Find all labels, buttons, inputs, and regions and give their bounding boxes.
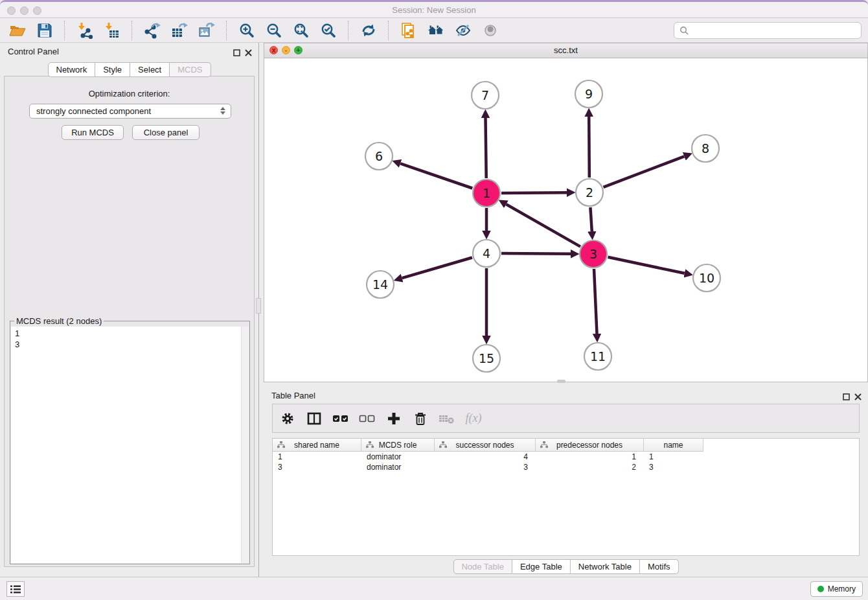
tab-edge-table[interactable]: Edge Table [512,559,571,574]
table-panel-title: Table Panel [271,391,315,400]
delete-table-icon [439,410,455,427]
graph-edge-2-8[interactable] [604,156,685,187]
mcds-panel: Optimization criterion: strongly connect… [4,76,255,567]
graph-node-label: 6 [375,149,383,163]
zoom-out-icon[interactable] [263,20,285,41]
mcds-result-area[interactable]: 1 3 [11,327,249,563]
refresh-layout-icon[interactable] [358,20,380,41]
control-panel-tabs: NetworkStyleSelectMCDS [47,62,211,77]
float-panel-icon[interactable] [233,49,240,56]
graph-node-label: 10 [699,271,714,285]
search-input[interactable] [692,25,856,36]
close-panel-button[interactable]: Close panel [132,125,200,140]
toolbar-separator [226,21,227,40]
vertical-splitter-handle[interactable] [256,298,261,314]
tab-network-table[interactable]: Network Table [571,559,640,574]
chevron-updown-icon [220,107,225,115]
graph-edge-4-14[interactable] [402,258,472,279]
cell-MCDS-role: dominator [361,452,435,461]
network-view-window: x - + scc.txt 7968124314101511 [264,43,868,382]
show-all-icon [479,20,501,41]
float-panel-icon[interactable] [842,393,850,400]
toolbar-separator [388,21,389,40]
table-row[interactable]: 1dominator411 [273,452,859,462]
tab-motifs[interactable]: Motifs [640,559,679,574]
window-titlebar: Session: New Session [0,0,868,18]
horizontal-splitter-handle[interactable] [557,380,565,383]
mcds-result-text: 1 3 [11,327,249,351]
tab-mcds[interactable]: MCDS [170,62,211,77]
export-table-icon[interactable] [168,20,190,41]
column-header-shared-name[interactable]: shared name [273,439,361,452]
export-image-icon[interactable] [196,20,218,41]
open-session-icon[interactable] [6,20,29,41]
graph-edge-3-1[interactable] [506,204,580,246]
deselect-all-icon[interactable] [359,410,376,427]
graph-node-label: 11 [590,349,606,363]
toolbar-separator [348,21,349,40]
optimization-criterion-label: Optimization criterion: [5,89,254,98]
task-history-button[interactable] [6,581,25,597]
graph-edge-2-9[interactable] [589,117,589,178]
graph-edge-3-10[interactable] [608,257,685,273]
toolbar-separator [131,21,133,40]
graph-node-label: 2 [586,185,593,200]
graph-edge-4-3[interactable] [501,253,571,254]
column-header-successor-nodes[interactable]: successor nodes [435,439,536,452]
column-label: name [663,441,683,450]
cell-MCDS-role: dominator [361,463,435,472]
result-scrollbar[interactable] [241,327,249,563]
table-row[interactable]: 3dominator323 [273,462,859,472]
table-panel-tabs: Node TableEdge TableNetwork TableMotifs [453,559,678,574]
window-title: Session: New Session [0,2,868,19]
column-header-predecessor-nodes[interactable]: predecessor nodes [536,439,644,452]
criterion-value: strongly connected component [36,106,151,116]
graph-edge-1-2[interactable] [501,192,567,193]
gear-icon[interactable] [279,410,296,427]
clone-network-icon[interactable] [398,20,420,41]
split-columns-icon[interactable] [306,410,323,427]
column-header-name[interactable]: name [644,439,703,452]
column-label: successor nodes [455,441,514,450]
export-network-icon[interactable] [141,20,163,41]
graph-edge-1-6[interactable] [400,163,472,188]
function-builder-icon: f(x) [465,410,482,427]
toolbar-separator [64,21,65,40]
search-box[interactable] [674,22,862,39]
network-graph-canvas[interactable]: 7968124314101511 [264,58,867,382]
table-toolbar: f(x) [272,404,860,433]
import-table-icon[interactable] [101,20,123,41]
add-icon[interactable] [385,410,402,427]
hide-selected-icon[interactable] [452,20,474,41]
tab-select[interactable]: Select [130,62,170,77]
control-panel-title: Control Panel [8,47,59,56]
graph-node-label: 7 [481,88,489,102]
column-label: MCDS role [379,441,417,450]
close-icon[interactable] [244,49,252,56]
memory-status-icon [817,586,824,592]
tab-style[interactable]: Style [95,62,130,77]
graph-node-label: 8 [702,141,709,156]
zoom-fit-icon[interactable] [290,20,312,41]
select-all-icon[interactable] [332,410,349,427]
tab-network[interactable]: Network [47,62,95,77]
graph-node-label: 14 [372,277,388,292]
run-mcds-button[interactable]: Run MCDS [62,125,124,140]
graph-node-label: 9 [585,87,593,101]
save-session-icon[interactable] [34,20,56,41]
graph-node-label: 15 [479,351,494,365]
close-icon[interactable] [854,393,862,400]
memory-button[interactable]: Memory [810,581,863,597]
column-header-MCDS-role[interactable]: MCDS role [361,439,435,452]
tab-node-table[interactable]: Node Table [453,559,512,574]
import-network-icon[interactable] [74,20,96,41]
zoom-in-icon[interactable] [236,20,258,41]
column-label: shared name [294,441,339,450]
delete-icon[interactable] [412,410,429,427]
graph-edge-2-3[interactable] [590,207,591,231]
homes-icon[interactable] [425,20,447,41]
zoom-selected-icon[interactable] [317,20,339,41]
criterion-select[interactable]: strongly connected component [29,104,231,119]
graph-edge-3-11[interactable] [594,269,597,334]
graph-edge-1-7[interactable] [486,118,486,178]
